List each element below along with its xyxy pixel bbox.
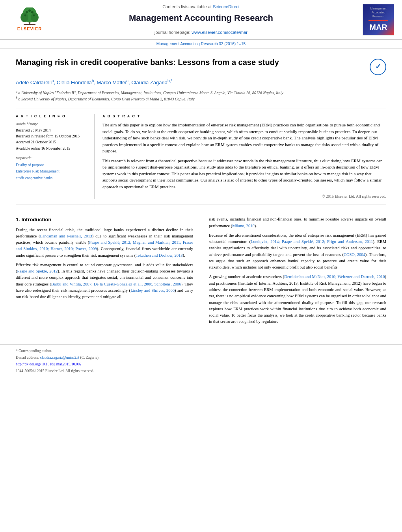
journal-title-header: Management Accounting Research <box>55 12 347 24</box>
right-para-1: risk events, including financial and non… <box>209 216 386 229</box>
author-email[interactable]: claudia.zagaria@unina2.it <box>40 356 79 360</box>
affiliation-a: a University of Naples "Federico II", De… <box>19 91 283 95</box>
citation-tekathen[interactable]: Tekathen and Dechow, 2013 <box>136 253 182 258</box>
elsevier-tree-icon <box>16 7 43 25</box>
doi-line: http://dx.doi.org/10.1016/j.mar.2015.10.… <box>16 362 386 367</box>
keywords-list: Duality of purpose Enterprise Risk Manag… <box>16 162 88 181</box>
svg-point-6 <box>28 9 31 12</box>
section-1-title: 1. Introduction <box>16 216 193 223</box>
contents-label: Contents lists available at <box>162 4 213 9</box>
doi-link[interactable]: http://dx.doi.org/10.1016/j.mar.2015.10.… <box>16 362 82 366</box>
journal-issue: Management Accounting Research 32 (2016)… <box>0 40 402 49</box>
abstract-copyright: © 2015 Elsevier Ltd. All rights reserved… <box>102 194 386 199</box>
abstract-paragraph-1: The aim of this paper is to explore how … <box>102 122 386 154</box>
main-body: 1. Introduction During the recent financ… <box>16 212 386 328</box>
mar-acronym: MAR <box>369 22 387 33</box>
right-column: risk events, including financial and non… <box>205 216 386 328</box>
article-dates: Received 26 May 2014 Received in revised… <box>16 128 88 152</box>
keywords-section: Keywords: Duality of purpose Enterprise … <box>16 156 88 181</box>
abstract-area: A B S T R A C T The aim of this paper is… <box>102 114 386 200</box>
citation-paape1[interactable]: Paape and Speklé, 2012; Magnan and Markl… <box>16 240 193 251</box>
email-suffix: (C. Zagaria). <box>79 356 99 360</box>
left-column: 1. Introduction During the recent financ… <box>16 216 197 328</box>
section-1-para-2: Effective risk management is central to … <box>16 262 193 300</box>
journal-header: ELSEVIER Contents lists available at Sci… <box>0 0 402 40</box>
journal-homepage: journal homepage: www.elsevier.com/locat… <box>55 30 347 35</box>
citation-barbu[interactable]: Barbu and Vintila, 2007; De la Cuesta-Go… <box>51 282 181 286</box>
header-left: ELSEVIER <box>8 7 51 32</box>
svg-point-9 <box>33 15 35 17</box>
article-body: A R T I C L E I N F O Article history: R… <box>16 109 386 205</box>
corresponding-label: * Corresponding author. <box>16 349 52 353</box>
keyword-3: credit cooperative banks <box>16 175 88 181</box>
article-content: Managing risk in credit cooperative bank… <box>0 49 402 336</box>
crossmark-icon[interactable]: ✓ <box>370 59 386 75</box>
email-note: E-mail address: claudia.zagaria@unina2.i… <box>16 355 386 360</box>
revised-date: Received in revised form 15 October 2015 <box>16 134 80 138</box>
accepted-date: Accepted 21 October 2015 <box>16 140 56 144</box>
corresponding-author-note: * Corresponding author. <box>16 348 386 354</box>
keywords-label: Keywords: <box>16 156 88 161</box>
elsevier-logo: ELSEVIER <box>16 7 43 32</box>
history-label: Article history: <box>16 122 88 127</box>
sciencedirect-link[interactable]: ScienceDirect <box>213 4 240 9</box>
abstract-paragraph-2: This research is relevant from a theoret… <box>102 158 386 190</box>
header-right: Management Accounting Research MAR <box>351 4 394 35</box>
logo-line1: Management <box>370 7 387 11</box>
article-title: Managing risk in credit cooperative bank… <box>16 57 370 68</box>
article-title-area: Managing risk in credit cooperative bank… <box>16 57 386 75</box>
page: ELSEVIER Contents lists available at Sci… <box>0 0 402 532</box>
journal-logo-box: Management Accounting Research MAR <box>363 4 394 35</box>
right-para-3: A growing number of academic researchers… <box>209 274 386 325</box>
svg-point-4 <box>31 13 39 22</box>
affiliations: a a University of Naples "Federico II", … <box>16 89 386 102</box>
keyword-2: Enterprise Risk Management <box>16 168 88 174</box>
received-date: Received 26 May 2014 <box>16 128 50 132</box>
section-1-para-1: During the recent financial crisis, the … <box>16 227 193 259</box>
elsevier-label: ELSEVIER <box>17 26 42 32</box>
article-history-section: Article history: Received 26 May 2014 Re… <box>16 122 88 151</box>
footer-copyright: 1044-5005/© 2015 Elsevier Ltd. All right… <box>16 369 386 374</box>
header-center: Contents lists available at ScienceDirec… <box>51 4 351 36</box>
header-separator <box>55 27 347 27</box>
citation-paape2[interactable]: Paape and Speklé, 2012 <box>17 269 58 273</box>
citation-landsman[interactable]: Landsman and Peasnell, 2013 <box>40 234 92 238</box>
citation-linsley[interactable]: Linsley and Shrives, 2006 <box>130 288 175 293</box>
svg-point-8 <box>24 15 26 17</box>
homepage-link[interactable]: www.elsevier.com/locate/mar <box>192 30 248 35</box>
abstract-title: A B S T R A C T <box>102 114 386 119</box>
article-info-title: A R T I C L E I N F O <box>16 114 88 119</box>
citation-lundqvist[interactable]: Lundqvist, 2014; Paape and Speklé, 2012;… <box>251 239 373 244</box>
citation-demidenko[interactable]: Demidenko and McNutt, 2010; Weitzner and… <box>284 274 385 279</box>
affiliation-b: b Second University of Naples, Departmen… <box>19 97 195 102</box>
crossmark-symbol: ✓ <box>375 62 381 72</box>
online-date: Available online 16 November 2015 <box>16 146 70 150</box>
svg-point-3 <box>20 13 28 22</box>
keyword-1: Duality of purpose <box>16 162 88 168</box>
article-info: A R T I C L E I N F O Article history: R… <box>16 114 95 200</box>
homepage-label: journal homepage: <box>154 30 192 35</box>
citation-milano[interactable]: Milano, 2010 <box>232 224 255 228</box>
citation-coso[interactable]: COSO, 2004 <box>344 252 365 257</box>
right-para-2: Because of the aforementioned considerat… <box>209 232 386 271</box>
article-footer: * Corresponding author. E-mail address: … <box>0 344 402 378</box>
contents-available: Contents lists available at ScienceDirec… <box>55 4 347 10</box>
email-label: E-mail address: <box>16 356 40 360</box>
svg-point-7 <box>31 11 34 13</box>
logo-line3: Research <box>372 15 384 19</box>
svg-point-5 <box>26 11 28 13</box>
authors: Adele Caldarellia, Clelia Fiondellab, Ma… <box>16 78 386 87</box>
logo-line2: Accounting <box>372 11 385 15</box>
